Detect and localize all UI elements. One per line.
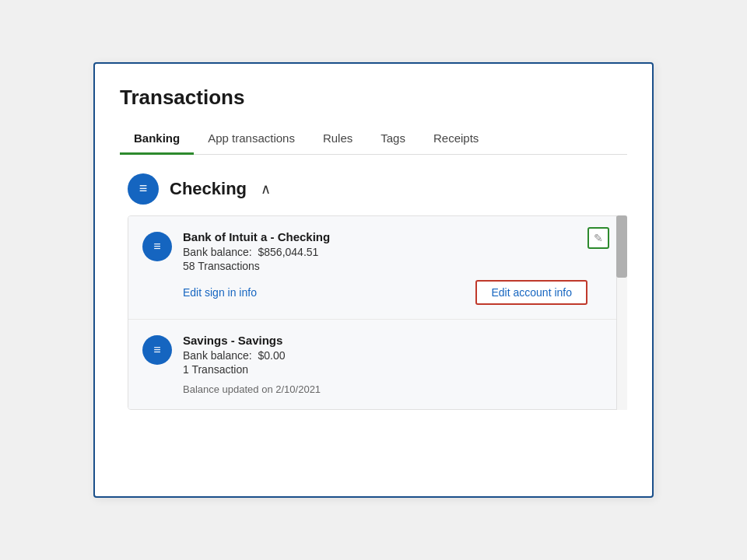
tab-bar: Banking App transactions Rules Tags Rece… <box>120 125 627 155</box>
section-title: Checking <box>170 179 247 199</box>
account-card-savings: ≡ Savings - Savings Bank balance: $0.00 … <box>128 320 626 409</box>
section-header: ≡ Checking ∧ <box>120 173 627 205</box>
account-info-savings: Savings - Savings Bank balance: $0.00 1 … <box>183 334 587 395</box>
tab-app-transactions[interactable]: App transactions <box>194 125 309 155</box>
account-name-checking: Bank of Intuit a - Checking <box>183 230 587 243</box>
tab-tags[interactable]: Tags <box>366 125 419 155</box>
scrollbar-thumb[interactable] <box>616 215 627 278</box>
chevron-up-icon[interactable]: ∧ <box>261 180 271 198</box>
page-title: Transactions <box>120 86 627 110</box>
account-transactions-checking: 58 Transactions <box>183 260 587 272</box>
accounts-wrapper: ≡ Bank of Intuit a - Checking Bank balan… <box>120 215 627 410</box>
account-balance-checking: Bank balance: $856,044.51 <box>183 246 587 258</box>
account-card-checking: ≡ Bank of Intuit a - Checking Bank balan… <box>128 216 626 320</box>
tab-rules[interactable]: Rules <box>309 125 366 155</box>
scrollbar[interactable] <box>616 215 627 410</box>
tab-banking[interactable]: Banking <box>120 125 194 155</box>
section-icon: ≡ <box>128 173 159 205</box>
bank-account-icon: ≡ <box>153 240 160 254</box>
transactions-window: Transactions Banking App transactions Ru… <box>93 62 654 498</box>
bank-account-icon-2: ≡ <box>153 343 160 357</box>
account-name-savings: Savings - Savings <box>183 334 587 347</box>
tab-receipts[interactable]: Receipts <box>419 125 493 155</box>
balance-updated-savings: Balance updated on 2/10/2021 <box>183 383 587 395</box>
account-actions-checking: Edit sign in info Edit account info <box>183 280 587 305</box>
edit-sign-in-link[interactable]: Edit sign in info <box>183 286 257 299</box>
edit-account-info-button[interactable]: Edit account info <box>475 280 587 305</box>
accounts-container: ≡ Bank of Intuit a - Checking Bank balan… <box>128 215 627 410</box>
account-info-checking: Bank of Intuit a - Checking Bank balance… <box>183 230 587 305</box>
account-balance-savings: Bank balance: $0.00 <box>183 349 587 362</box>
account-icon-savings: ≡ <box>142 335 172 365</box>
pencil-icon: ✎ <box>594 232 603 244</box>
account-icon-checking: ≡ <box>142 232 172 261</box>
pencil-icon-button[interactable]: ✎ <box>587 227 609 249</box>
bank-icon: ≡ <box>139 180 148 197</box>
account-transactions-savings: 1 Transaction <box>183 363 587 376</box>
